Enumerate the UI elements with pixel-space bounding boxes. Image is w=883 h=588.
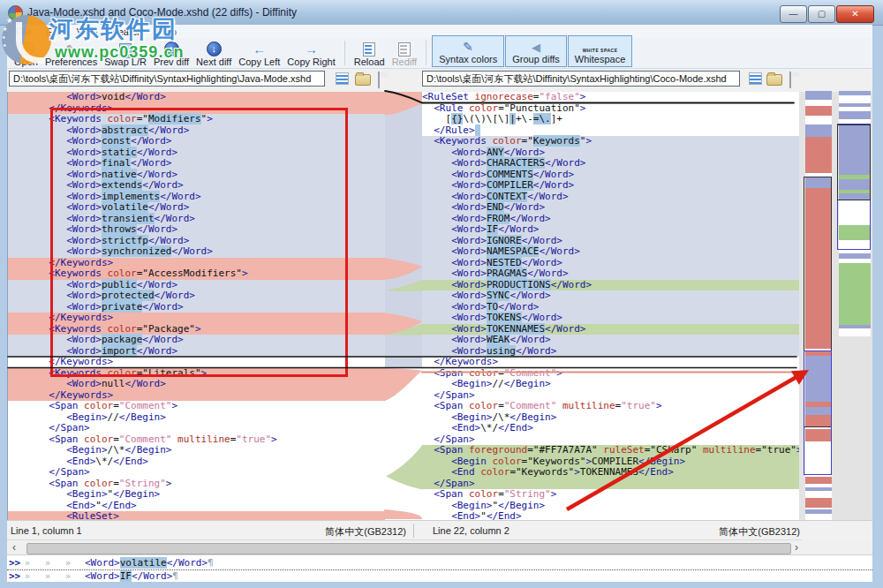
swap-l-r-button[interactable]: Swap L/R	[104, 38, 147, 67]
menu-edit[interactable]: Edit	[39, 26, 70, 38]
group-diffs-button[interactable]: ◀Group diffs	[505, 35, 567, 67]
diff-overview-minimap[interactable]	[799, 92, 872, 521]
diff-line-text: <Word>volatile</Word>¶	[85, 557, 214, 569]
right-save-icon[interactable]	[789, 72, 791, 88]
scrollbar-thumb[interactable]	[26, 543, 791, 554]
code-token: color	[84, 400, 113, 411]
code-token: color	[469, 367, 498, 379]
right-history-list-icon[interactable]	[749, 72, 762, 85]
code-token: </Word>	[545, 157, 585, 169]
rediff-button[interactable]: Rediff	[392, 38, 418, 67]
maximize-button[interactable]: ▢	[808, 5, 835, 23]
code-token: foreground	[469, 444, 527, 456]
code-token: <Word>	[451, 301, 487, 313]
code-token	[422, 301, 451, 313]
code-token: \*/	[480, 422, 498, 433]
code-token	[422, 135, 434, 147]
left-open-folder-icon[interactable]	[355, 74, 371, 86]
code-token: >	[195, 323, 201, 335]
copy-left-button[interactable]: ←Copy Left	[238, 38, 280, 67]
code-token	[8, 500, 66, 511]
matched-word-highlight: SYNC	[487, 290, 510, 301]
code-token: "Comment"	[119, 400, 172, 411]
code-token: <Word>	[451, 213, 487, 224]
code-token: ="	[522, 135, 533, 147]
copy-right-button[interactable]: →Copy Right	[287, 38, 335, 67]
minimize-button[interactable]: —	[780, 5, 807, 23]
arrow-left-icon: ←	[253, 43, 266, 56]
right-file-path-input[interactable]	[422, 71, 740, 87]
code-token	[8, 257, 49, 268]
matched-word-highlight: using	[487, 345, 516, 357]
code-token: \*/	[95, 456, 113, 467]
code-token: <Span	[49, 478, 84, 489]
code-token: <Word>	[66, 201, 102, 213]
matched-word-highlight: static	[102, 147, 137, 158]
pencil-blue-icon: ✎	[463, 40, 473, 54]
code-token: COMPILER	[592, 456, 638, 467]
close-button[interactable]: ✕	[836, 5, 874, 23]
syntax-colors-button[interactable]: ✎Syntax colors	[432, 35, 504, 67]
code-token: <Word>	[66, 378, 102, 389]
scroll-left-arrow-icon[interactable]: ‹	[12, 541, 16, 554]
code-token	[422, 157, 451, 169]
current-diff-line-panel: >>»»»<Word>volatile</Word>¶>>»»»<Word>IF…	[7, 554, 872, 582]
title-bar: Java-Mode.xshd and Coco-Mode.xshd (22 di…	[0, 0, 883, 26]
left-history-list-icon[interactable]	[336, 72, 349, 85]
toolbar-label: Reload	[354, 57, 385, 67]
minimap-diff-segment	[839, 263, 871, 325]
code-token: </Word>	[527, 268, 568, 279]
code-token	[8, 323, 49, 335]
diff-marker: >>	[9, 570, 20, 583]
code-token	[8, 102, 49, 114]
minimap-left-file-bar[interactable]	[805, 92, 832, 522]
prev-diff-button[interactable]: ↑Prev diff	[154, 38, 189, 67]
code-line: <End color="Keywords">TOKENNAMES</End>	[422, 467, 799, 479]
scroll-right-arrow-icon[interactable]: ›	[795, 541, 798, 554]
matched-word-highlight: strictfp	[102, 235, 148, 246]
code-token	[8, 191, 66, 202]
matched-word-highlight: ANY	[487, 147, 504, 158]
preferences-button[interactable]: ✎Preferences	[45, 38, 97, 67]
menu-search[interactable]: Search	[104, 26, 149, 38]
code-token	[422, 323, 451, 335]
code-token: <Span	[434, 488, 469, 500]
code-token	[8, 345, 66, 357]
minimap-right-file-bar[interactable]	[839, 92, 871, 336]
next-diff-button[interactable]: ↓Next diff	[196, 38, 231, 67]
code-token	[8, 235, 66, 246]
code-token: </Word>	[137, 345, 177, 357]
horizontal-scrollbar[interactable]: ‹ ›	[7, 539, 802, 555]
code-token: </Word>	[522, 257, 562, 268]
code-token: <Begin>	[66, 488, 107, 500]
code-token: =	[498, 367, 504, 379]
code-token	[8, 510, 66, 520]
code-token: +\-	[516, 113, 533, 124]
code-token: <Word>	[451, 169, 487, 180]
menu-view[interactable]: View	[70, 26, 105, 38]
code-token: multiline	[562, 400, 615, 411]
left-file-path-input[interactable]	[9, 71, 325, 87]
code-token: <Word>	[66, 290, 102, 301]
toolbar: Open✎PreferencesSwap L/R↑Prev diff↓Next …	[7, 38, 872, 69]
tab-indicator-icon: »	[65, 557, 71, 569]
code-line: <End>\*/</End>	[422, 423, 799, 434]
open-button[interactable]: Open	[14, 38, 38, 67]
menu-help[interactable]: Help	[149, 26, 184, 38]
menu-file[interactable]: File	[9, 26, 39, 38]
left-save-icon[interactable]	[378, 72, 380, 88]
code-token: <Word>	[451, 157, 487, 169]
code-token: <Begin>	[66, 444, 107, 456]
code-token: >	[166, 478, 172, 489]
right-open-folder-icon[interactable]	[766, 74, 782, 86]
code-token: color	[492, 135, 521, 147]
code-token	[422, 400, 434, 411]
code-token: ="CSharp"	[645, 444, 703, 456]
code-token: </Word>	[131, 135, 171, 147]
right-editor-pane[interactable]: <RuleSet ignorecase="false"> <Rule color…	[422, 92, 800, 520]
tab-indicator-icon: »	[65, 570, 71, 583]
whitespace-button[interactable]: WHITE SPACEWhitespace	[568, 35, 632, 67]
left-editor-pane[interactable]: <Word>void</Word> </Keywords> <Keywords …	[7, 92, 385, 520]
reload-button[interactable]: Reload	[354, 38, 385, 67]
code-token: </Keywords>	[49, 257, 113, 268]
